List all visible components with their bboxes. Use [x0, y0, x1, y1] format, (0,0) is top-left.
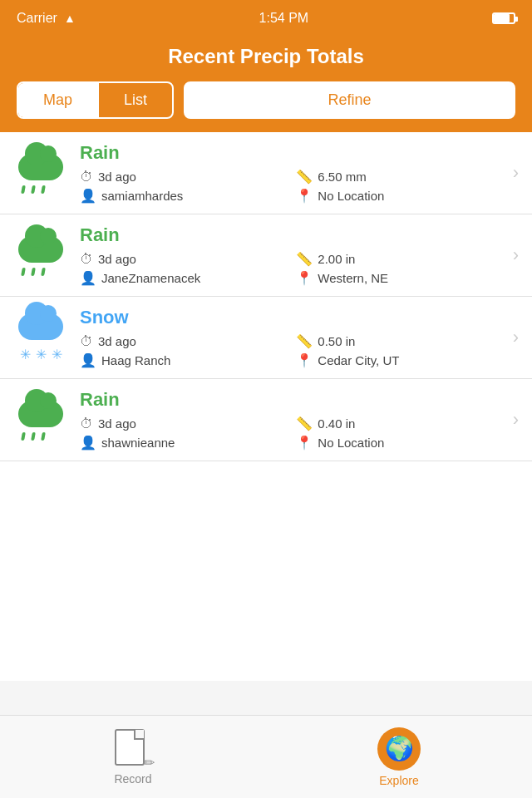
- user-icon: 👤: [80, 435, 96, 451]
- record-location: No Location: [318, 436, 384, 450]
- record-time-cell: ⏱ 3d ago: [80, 333, 289, 349]
- time-label: 1:54 PM: [259, 11, 309, 26]
- record-item[interactable]: Rain ⏱ 3d ago 📏 6.50 mm 👤 samiamhardes: [0, 132, 532, 214]
- explore-globe-icon: 🌍: [377, 727, 421, 771]
- ruler-icon: 📏: [296, 169, 313, 185]
- tab-bar: ✏ Record 🌍 Explore: [0, 715, 532, 798]
- battery-icon: [492, 12, 515, 24]
- clock-icon: ⏱: [80, 334, 93, 349]
- ruler-icon: 📏: [296, 251, 313, 267]
- record-time: 3d ago: [98, 334, 136, 348]
- record-icon: ✏: [115, 729, 151, 769]
- record-user: JaneZnamenacek: [101, 271, 200, 285]
- record-user-cell: 👤 JaneZnamenacek: [80, 270, 289, 286]
- record-user: samiamhardes: [101, 189, 183, 203]
- location-icon: 📍: [296, 270, 313, 286]
- record-meta-grid: ⏱ 3d ago 📏 0.50 in 👤 Haag Ranch 📍 Cedar …: [80, 333, 506, 368]
- record-amount: 2.00 in: [318, 252, 355, 266]
- location-icon: 📍: [296, 435, 313, 451]
- record-user: shawnieanne: [101, 436, 175, 450]
- record-weather-icon: [13, 234, 73, 276]
- ruler-icon: 📏: [296, 333, 313, 349]
- record-amount-cell: 📏 0.40 in: [296, 416, 505, 431]
- user-icon: 👤: [80, 270, 96, 286]
- globe-symbol: 🌍: [385, 735, 414, 762]
- record-weather-icon: [13, 399, 73, 441]
- record-location-cell: 📍 Cedar City, UT: [296, 352, 505, 368]
- record-meta-grid: ⏱ 3d ago 📏 2.00 in 👤 JaneZnamenacek 📍 We…: [80, 251, 506, 286]
- record-amount: 0.40 in: [318, 416, 355, 431]
- clock-icon: ⏱: [80, 170, 93, 185]
- record-type-label: Rain: [80, 224, 506, 246]
- doc-shape: [115, 729, 145, 766]
- record-time: 3d ago: [98, 416, 136, 431]
- chevron-right-icon: ›: [513, 162, 519, 184]
- record-time-cell: ⏱ 3d ago: [80, 416, 289, 431]
- record-tab-label: Record: [114, 772, 151, 786]
- chevron-right-icon: ›: [513, 327, 519, 348]
- user-icon: 👤: [80, 188, 96, 204]
- record-user-cell: 👤 shawnieanne: [80, 435, 289, 451]
- record-amount-cell: 📏 6.50 mm: [296, 169, 505, 185]
- map-tab[interactable]: Map: [18, 83, 99, 117]
- record-amount-cell: 📏 0.50 in: [296, 333, 505, 349]
- record-weather-icon: [13, 152, 73, 194]
- record-amount-cell: 📏 2.00 in: [296, 251, 505, 267]
- map-list-segment: Map List: [17, 81, 174, 119]
- tab-record[interactable]: ✏ Record: [0, 729, 266, 786]
- clock-icon: ⏱: [80, 416, 93, 431]
- segment-row: Map List Refine: [0, 81, 532, 132]
- page-title: Recent Precip Totals: [17, 45, 515, 68]
- record-location-cell: 📍 No Location: [296, 188, 505, 204]
- location-icon: 📍: [296, 188, 313, 204]
- record-location: Cedar City, UT: [318, 353, 399, 367]
- snow-cloud-icon: ✳ ✳ ✳: [18, 313, 68, 362]
- record-details: Snow ⏱ 3d ago 📏 0.50 in 👤 Haag Ranch: [73, 307, 506, 368]
- record-location-cell: 📍 No Location: [296, 435, 505, 451]
- record-user: Haag Ranch: [101, 353, 170, 367]
- record-meta-grid: ⏱ 3d ago 📏 6.50 mm 👤 samiamhardes 📍 No L…: [80, 169, 506, 204]
- wifi-icon: ▲: [64, 12, 76, 25]
- record-details: Rain ⏱ 3d ago 📏 2.00 in 👤 JaneZnamenacek: [73, 224, 506, 286]
- record-user-cell: 👤 samiamhardes: [80, 188, 289, 204]
- record-location: No Location: [318, 189, 384, 203]
- record-details: Rain ⏱ 3d ago 📏 6.50 mm 👤 samiamhardes: [73, 142, 506, 204]
- rain-cloud-icon: [18, 234, 68, 276]
- tab-explore[interactable]: 🌍 Explore: [266, 727, 532, 787]
- chevron-right-icon: ›: [513, 409, 519, 431]
- rain-cloud-icon: [18, 399, 68, 441]
- record-amount: 6.50 mm: [318, 170, 366, 184]
- pencil-icon: ✏: [144, 755, 155, 771]
- record-type-label: Rain: [80, 142, 506, 164]
- explore-tab-label: Explore: [379, 774, 418, 787]
- record-item[interactable]: ✳ ✳ ✳ Snow ⏱ 3d ago 📏 0.50 in: [0, 297, 532, 379]
- record-location-cell: 📍 Western, NE: [296, 270, 505, 286]
- record-item[interactable]: Rain ⏱ 3d ago 📏 2.00 in 👤 JaneZnamenacek: [0, 214, 532, 297]
- record-item[interactable]: Rain ⏱ 3d ago 📏 0.40 in 👤 shawnieanne: [0, 379, 532, 461]
- record-meta-grid: ⏱ 3d ago 📏 0.40 in 👤 shawnieanne 📍 No Lo…: [80, 416, 506, 451]
- records-list: Rain ⏱ 3d ago 📏 6.50 mm 👤 samiamhardes: [0, 132, 532, 681]
- status-bar: Carrier ▲ 1:54 PM: [0, 0, 532, 37]
- rain-cloud-icon: [18, 152, 68, 194]
- user-icon: 👤: [80, 352, 96, 368]
- location-icon: 📍: [296, 352, 313, 368]
- clock-icon: ⏱: [80, 252, 93, 267]
- ruler-icon: 📏: [296, 416, 313, 431]
- record-details: Rain ⏱ 3d ago 📏 0.40 in 👤 shawnieanne: [73, 389, 506, 451]
- record-type-label: Snow: [80, 307, 506, 328]
- record-time: 3d ago: [98, 170, 136, 184]
- header: Recent Precip Totals: [0, 37, 532, 81]
- list-tab[interactable]: List: [99, 83, 172, 117]
- record-time: 3d ago: [98, 252, 136, 266]
- record-weather-icon: ✳ ✳ ✳: [13, 313, 73, 362]
- carrier-label: Carrier: [17, 11, 57, 26]
- record-user-cell: 👤 Haag Ranch: [80, 352, 289, 368]
- record-time-cell: ⏱ 3d ago: [80, 251, 289, 267]
- record-location: Western, NE: [318, 271, 388, 285]
- record-type-label: Rain: [80, 389, 506, 411]
- record-time-cell: ⏱ 3d ago: [80, 169, 289, 185]
- status-left: Carrier ▲: [17, 11, 76, 26]
- refine-button[interactable]: Refine: [184, 81, 515, 119]
- chevron-right-icon: ›: [513, 244, 519, 266]
- record-amount: 0.50 in: [318, 334, 355, 348]
